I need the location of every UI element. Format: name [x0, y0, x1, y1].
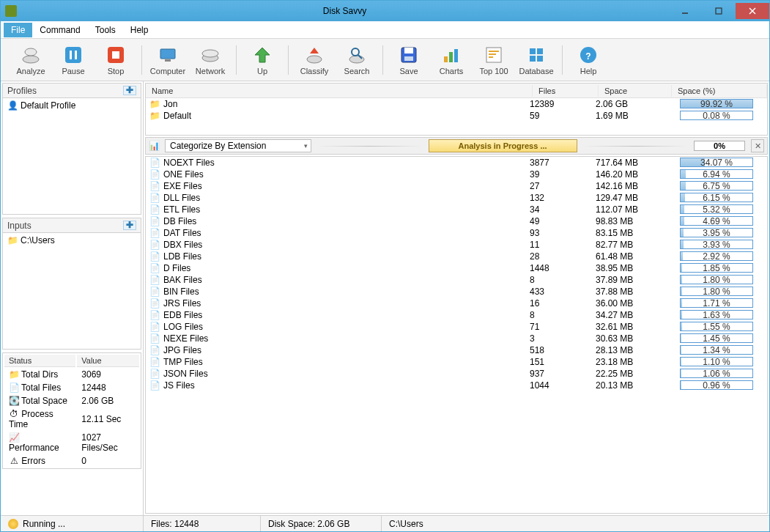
minimize-button[interactable] [668, 3, 702, 19]
file-icon: 📄 [149, 345, 160, 355]
svg-point-5 [25, 48, 37, 56]
svg-point-17 [352, 48, 359, 56]
extension-row[interactable]: 📄DB Files4998.83 MB4.69 % [146, 215, 767, 227]
status-col-value: Value [77, 355, 139, 367]
extension-row[interactable]: 📄DLL Files132129.47 MB6.15 % [146, 192, 767, 204]
pause-icon [63, 45, 84, 65]
extension-row[interactable]: 📄JRS Files1636.00 MB1.71 % [146, 298, 767, 309]
categorize-dropdown[interactable]: Categorize By Extension [165, 139, 311, 152]
menu-command[interactable]: Command [32, 23, 87, 37]
svg-rect-22 [444, 56, 448, 62]
cancel-analysis-button[interactable]: ✕ [751, 139, 764, 152]
file-icon: 📄 [149, 310, 160, 320]
folder-row[interactable]: 📁Default591.69 MB0.08 % [146, 110, 767, 122]
folder-col-space[interactable]: Space [599, 85, 672, 97]
maximize-button[interactable] [702, 3, 736, 19]
search-icon [347, 45, 367, 65]
status-row-icon: 📄 [9, 383, 19, 393]
toolbar-charts-button[interactable]: Charts [430, 42, 473, 78]
toolbar-network-button[interactable]: Network [189, 42, 232, 78]
toolbar-search-button[interactable]: Search [336, 42, 378, 78]
svg-rect-12 [165, 59, 171, 62]
svg-rect-27 [489, 53, 496, 55]
extension-row[interactable]: 📄NOEXT Files3877717.64 MB34.07 % [146, 157, 767, 169]
extension-row[interactable]: 📄BAK Files837.89 MB1.80 % [146, 274, 767, 286]
file-icon: 📄 [149, 298, 160, 309]
svg-point-16 [349, 56, 364, 63]
status-panel: StatusValue 📁 Total Dirs3069📄 Total File… [2, 352, 141, 469]
window-title: Disk Savvy [21, 6, 668, 16]
extension-row[interactable]: 📄JS Files104420.13 MB0.96 % [146, 380, 767, 391]
status-row: 💽 Total Space2.06 GB [4, 395, 139, 407]
extension-row[interactable]: 📄JSON Files93722.25 MB1.06 % [146, 368, 767, 380]
extension-row[interactable]: 📄LDB Files2861.48 MB2.92 % [146, 251, 767, 262]
toolbar-stop-button[interactable]: Stop [95, 42, 137, 78]
toolbar-help-button[interactable]: ?Help [567, 42, 610, 78]
file-icon: 📄 [149, 169, 160, 180]
folder-list: Name Files Space Space (%) 📁Jon123892.06… [145, 83, 768, 136]
status-row-icon: 📈 [9, 432, 19, 443]
extension-row[interactable]: 📄DAT Files9383.15 MB3.95 % [146, 227, 767, 239]
toolbar-analyze-button[interactable]: Analyze [10, 42, 52, 78]
extension-row[interactable]: 📄LOG Files7132.61 MB1.55 % [146, 321, 767, 333]
computer-icon [158, 45, 178, 65]
extension-row[interactable]: 📄ETL Files34112.07 MB5.32 % [146, 204, 767, 215]
svg-rect-24 [454, 49, 458, 62]
toolbar-up-button[interactable]: Up [241, 42, 284, 78]
status-row-icon: ⏱ [9, 409, 19, 419]
svg-rect-31 [530, 56, 536, 62]
close-button[interactable] [736, 3, 769, 19]
folder-icon: 📁 [7, 235, 18, 245]
folder-col-pct[interactable]: Space (%) [672, 85, 767, 97]
toolbar-save-button[interactable]: Save [388, 42, 430, 78]
svg-rect-20 [404, 48, 413, 53]
status-row-icon: 💽 [9, 396, 19, 406]
extension-row[interactable]: 📄BIN Files43337.88 MB1.80 % [146, 286, 767, 298]
file-icon: 📄 [149, 158, 160, 168]
menu-file[interactable]: File [4, 23, 32, 37]
menu-tools[interactable]: Tools [88, 23, 123, 37]
status-row-icon: 📁 [9, 369, 19, 380]
save-icon [399, 45, 419, 65]
profile-item[interactable]: 👤Default Profile [4, 100, 139, 111]
top100-icon [484, 45, 504, 65]
svg-rect-6 [65, 47, 81, 63]
extension-row[interactable]: 📄DBX Files1182.77 MB3.93 % [146, 239, 767, 251]
svg-rect-1 [716, 8, 722, 14]
status-col-status: Status [4, 355, 75, 367]
folder-row[interactable]: 📁Jon123892.06 GB99.92 % [146, 98, 767, 110]
profiles-panel: Profiles✚ 👤Default Profile [2, 83, 141, 215]
extension-row[interactable]: 📄ONE Files39146.20 MB6.94 % [146, 169, 767, 180]
extension-row[interactable]: 📄NEXE Files330.63 MB1.45 % [146, 333, 767, 344]
toolbar-database-button[interactable]: Database [515, 42, 558, 78]
extension-row[interactable]: 📄EDB Files834.27 MB1.63 % [146, 309, 767, 321]
app-icon [5, 5, 17, 17]
file-icon: 📄 [149, 240, 160, 250]
status-icon [8, 519, 18, 529]
menu-help[interactable]: Help [123, 23, 156, 37]
status-row: ⏱ Process Time12.11 Sec [4, 408, 139, 430]
extension-row[interactable]: 📄TMP Files15123.18 MB1.10 % [146, 356, 767, 368]
folder-col-files[interactable]: Files [533, 85, 599, 97]
toolbar-computer-button[interactable]: Computer [147, 42, 189, 78]
svg-rect-26 [489, 51, 499, 52]
svg-rect-10 [112, 51, 119, 59]
add-input-button[interactable]: ✚ [123, 221, 136, 230]
folder-icon: 📁 [149, 111, 160, 121]
folder-col-name[interactable]: Name [146, 85, 533, 97]
input-item[interactable]: 📁C:\Users [4, 234, 139, 246]
file-icon: 📄 [149, 322, 160, 332]
extension-row[interactable]: 📄EXE Files27142.16 MB6.75 % [146, 180, 767, 192]
toolbar-top100-button[interactable]: Top 100 [473, 42, 515, 78]
toolbar-classify-button[interactable]: Classify [293, 42, 336, 78]
extension-row[interactable]: 📄JPG Files51828.13 MB1.34 % [146, 344, 767, 356]
add-profile-button[interactable]: ✚ [123, 86, 136, 95]
toolbar-pause-button[interactable]: Pause [52, 42, 95, 78]
analyze-icon [21, 45, 41, 65]
network-icon [200, 45, 221, 65]
file-icon: 📄 [149, 380, 160, 391]
status-row-icon: ⚠ [9, 456, 19, 466]
svg-rect-8 [75, 51, 77, 59]
extension-row[interactable]: 📄D Files144838.95 MB1.85 % [146, 262, 767, 274]
status-diskspace: Disk Space: 2.06 GB [261, 516, 382, 531]
